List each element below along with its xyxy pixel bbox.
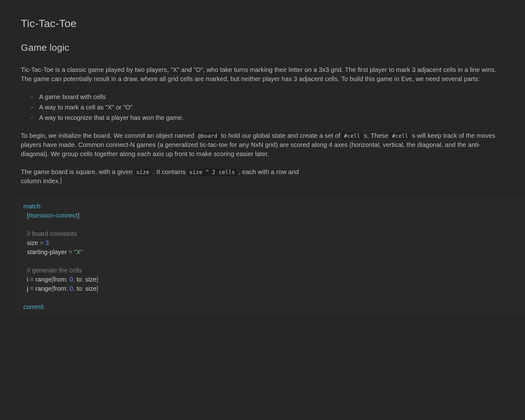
code-number: 0 (69, 285, 73, 292)
code-punct: : (66, 276, 69, 283)
code-number: 0 (69, 276, 73, 283)
code-operator: = (30, 285, 34, 292)
code-bracket: ] (97, 276, 98, 283)
code-string: "X" (72, 248, 83, 255)
code-tag-session: #session-connect (29, 212, 78, 219)
document-page: Tic-Tac-Toe Game logic Tic-Tac-Toe is a … (0, 0, 525, 329)
page-title: Tic-Tac-Toe (21, 16, 504, 31)
code-label: from (53, 276, 66, 283)
code-bracket: ] (78, 212, 80, 219)
inline-code-board: @board (196, 132, 219, 140)
text-run: . It contains (151, 168, 187, 175)
section-heading: Game logic (21, 41, 504, 55)
code-identifier: starting-player (27, 248, 68, 255)
code-block[interactable]: match [#session-connect] // board consta… (15, 195, 525, 316)
code-punct: : (82, 285, 85, 292)
paragraph-init: To begin, we initialize the board. We co… (21, 131, 504, 159)
code-keyword-match: match (23, 203, 40, 210)
list-item: A game board with cells (31, 92, 504, 102)
code-identifier: size (27, 239, 40, 246)
paragraph-board: The game board is square, with a given s… (21, 167, 317, 186)
code-punct: , (73, 276, 76, 283)
list-item: A way to mark a cell as "X" or "O" (31, 103, 504, 112)
code-comment: // generate the cells (27, 267, 82, 274)
inline-code-cell: #cell (342, 132, 362, 140)
code-bracket: ] (97, 285, 98, 292)
code-punct: , (73, 285, 76, 292)
text-run: The game board is square, with a given (21, 168, 134, 175)
inline-code-expr: size ^ 2 cells (187, 169, 237, 176)
code-identifier: size (85, 276, 97, 283)
paragraph-intro: Tic-Tac-Toe is a classic game played by … (21, 65, 504, 84)
code-number: 3 (44, 239, 49, 246)
code-label: to (76, 276, 82, 283)
code-identifier: range (34, 276, 52, 283)
code-operator: = (68, 248, 72, 255)
text-run: s. These (362, 132, 390, 139)
inline-code-size: size (134, 169, 151, 176)
list-item: A way to recognize that a player has won… (31, 113, 504, 122)
text-cursor-icon (61, 177, 61, 184)
text-run: to hold our global state and create a se… (219, 132, 342, 139)
code-comment: // board constants (27, 230, 77, 237)
code-punct: : (82, 276, 85, 283)
code-operator: = (30, 276, 34, 283)
code-identifier: i (27, 276, 30, 283)
code-label: to (76, 285, 82, 292)
inline-code-cell: #cell (390, 132, 410, 140)
code-identifier: size (85, 285, 97, 292)
requirements-list: A game board with cells A way to mark a … (21, 92, 504, 122)
text-run: To begin, we initialize the board. We co… (21, 132, 196, 139)
code-identifier: range (34, 285, 52, 292)
code-punct: : (66, 285, 69, 292)
code-operator: = (40, 239, 44, 246)
code-keyword-commit: commit (23, 303, 44, 310)
code-identifier: j (27, 285, 30, 292)
code-label: from (53, 285, 66, 292)
